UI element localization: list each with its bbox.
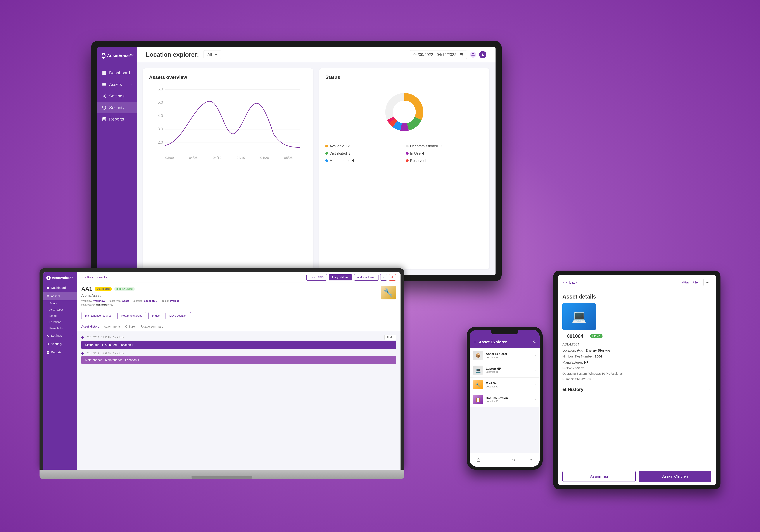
svg-rect-60	[495, 460, 498, 460]
laptop-nav-sub-projects[interactable]: Projects list	[43, 325, 77, 331]
svg-rect-63	[514, 459, 515, 459]
laptop-sub-assets-label: Assets	[49, 302, 58, 305]
sidebar-item-settings[interactable]: Settings	[97, 90, 137, 102]
laptop-sub-status-label: Status	[49, 314, 57, 317]
sidebar-item-security[interactable]: Security	[97, 102, 137, 114]
add-attachment-button[interactable]: Add attachment	[354, 274, 378, 281]
tablet-asset-info: ADL-LT034 Location: Add: Energy Storage …	[558, 339, 716, 384]
svg-rect-5	[103, 83, 106, 84]
svg-rect-65	[514, 460, 514, 460]
laptop-nav-sub-locations[interactable]: Locations	[43, 319, 77, 325]
laptop-nav-settings[interactable]: Settings	[43, 331, 77, 340]
svg-rect-45	[47, 288, 48, 289]
user-avatar[interactable]	[479, 51, 486, 58]
laptop-nav-security[interactable]: Security	[43, 340, 77, 348]
breadcrumb-text: < Back to asset list	[85, 276, 108, 279]
laptop-nav-dashboard-label: Dashboard	[51, 286, 66, 290]
maintenance-required-button[interactable]: Maintenance required	[81, 312, 116, 319]
laptop-nav-dashboard[interactable]: Dashboard	[43, 284, 77, 292]
sidebar-label-reports: Reports	[109, 117, 124, 121]
svg-rect-62	[512, 459, 513, 459]
tab-attachments[interactable]: Attachments	[104, 322, 121, 331]
laptop-nav-sub-asset-types[interactable]: Asset types	[43, 307, 77, 313]
notification-bell[interactable]	[470, 52, 476, 58]
date-picker[interactable]: 04/09/2022 - 04/15/2022	[410, 50, 467, 59]
tab-usage-summary[interactable]: Usage summary	[141, 322, 163, 331]
laptop: AssetVoice™ Dashboard Assets Assets	[39, 268, 404, 479]
unlink-rfid-button[interactable]: Unlink RFID	[307, 274, 327, 281]
available-dot	[325, 145, 328, 147]
status-badge: Distributed	[95, 287, 112, 291]
svg-rect-6	[103, 84, 106, 85]
tab-asset-history[interactable]: Asset History	[81, 322, 99, 331]
laptop-asset-header: AA1 Distributed RFID Linked Alpha Asset …	[77, 283, 401, 309]
phone-bottom-nav	[470, 453, 540, 467]
profile-icon	[529, 458, 533, 462]
svg-text:4.0: 4.0	[158, 114, 163, 118]
chart-area: 6.0 5.0 4.0 3.0 2.0	[149, 85, 307, 161]
phone-list-item-3[interactable]: 🔧 Tool Set Location C	[470, 378, 540, 392]
sidebar-item-assets[interactable]: Assets	[97, 79, 137, 90]
return-to-storage-button[interactable]: Return to storage	[118, 312, 146, 319]
chevron-down-icon	[708, 388, 711, 391]
back-button[interactable]: < Back	[562, 280, 577, 285]
phone-list-item-1[interactable]: 📦 Asset Explorer Location A	[470, 348, 540, 363]
sidebar-label-assets: Assets	[109, 82, 122, 87]
delete-icon-button[interactable]: 🗑	[389, 274, 396, 281]
laptop-nav-reports-label: Reports	[51, 351, 62, 354]
assets-overview-card: Assets overview 6.0 5.0 4.0 3.0 2.0	[143, 69, 313, 269]
svg-text:05/03: 05/03	[284, 156, 293, 160]
svg-text:04/05: 04/05	[189, 156, 198, 160]
author-2: By: Admin	[113, 352, 124, 355]
phone-list-item-2[interactable]: 💻 Laptop HP Location B	[470, 363, 540, 378]
phone-nav-home[interactable]	[477, 458, 480, 462]
asset-history: 03/11/2022 - 10:38 AM By: Admin Undo Dis…	[77, 331, 401, 470]
monitor-outer: AssetVoice™ Dashboard Assets	[91, 41, 501, 281]
chevron-right-icon	[534, 354, 537, 357]
phone-list-item-4[interactable]: 📋 Documentation Location D	[470, 392, 540, 407]
tab-children[interactable]: Children	[125, 322, 136, 331]
phone-search-icon[interactable]	[533, 340, 536, 343]
laptop-nav-sub-assets[interactable]: Assets	[43, 300, 77, 307]
laptop-nav-assets[interactable]: Assets	[43, 292, 77, 300]
phone-nav-assets[interactable]	[494, 458, 498, 462]
phone-item-img-4: 📋	[473, 395, 483, 404]
tablet-header-actions: Attach File ✏	[679, 279, 711, 286]
sidebar-item-dashboard[interactable]: Dashboard	[97, 67, 137, 79]
edit-button[interactable]: ✏	[703, 279, 711, 286]
maintenance-dot	[325, 159, 328, 162]
svg-rect-47	[47, 295, 49, 296]
phone-outer: Asset Explorer 📦 Asset Explorer Location…	[467, 327, 543, 470]
laptop-sub-locations-label: Locations	[49, 320, 61, 324]
phone-list: 📦 Asset Explorer Location A 💻 Laptop HP …	[470, 348, 540, 453]
assign-children-button[interactable]: Assign children	[329, 274, 352, 280]
legend-inuse: In Use 4	[406, 151, 483, 156]
assign-tag-button[interactable]: Assign Tag	[562, 471, 636, 482]
undo-button-1[interactable]: Undo	[384, 335, 396, 340]
svg-point-8	[104, 95, 105, 97]
laptop-nav-sub-status[interactable]: Status	[43, 313, 77, 319]
monitor-screen: AssetVoice™ Dashboard Assets	[97, 47, 496, 275]
svg-point-69	[530, 459, 532, 460]
svg-text:04/12: 04/12	[213, 156, 221, 160]
svg-rect-56	[474, 342, 476, 342]
laptop-nav-reports[interactable]: Reports	[43, 348, 77, 357]
breadcrumb[interactable]: < Back to asset list	[81, 276, 108, 279]
move-location-button[interactable]: Move Location	[166, 312, 191, 319]
tablet-assign-children-button[interactable]: Assign Children	[639, 471, 711, 482]
sidebar-item-reports[interactable]: Reports	[97, 114, 137, 125]
attach-file-button[interactable]: Attach File	[679, 279, 701, 286]
phone-nav-scan[interactable]	[512, 458, 515, 462]
manufacturer-info: Manufacturer: Manufacturer X	[81, 303, 396, 306]
tablet-header: < Back Attach File ✏	[558, 275, 716, 290]
location-dropdown[interactable]: All	[204, 50, 221, 59]
scene: AssetVoice™ Dashboard Assets	[30, 23, 730, 509]
svg-text:6.0: 6.0	[158, 87, 163, 91]
edit-icon-button[interactable]: ✏	[380, 274, 387, 281]
history-entry-2: 03/11/2022 - 10:37 AM By: Admin Maintena…	[81, 352, 396, 364]
author-1: By: Admin	[113, 336, 124, 339]
in-use-button[interactable]: In use	[148, 312, 164, 319]
svg-point-58	[533, 341, 535, 342]
phone-nav-profile[interactable]	[529, 458, 533, 462]
app-name: AssetVoice™	[107, 53, 134, 58]
